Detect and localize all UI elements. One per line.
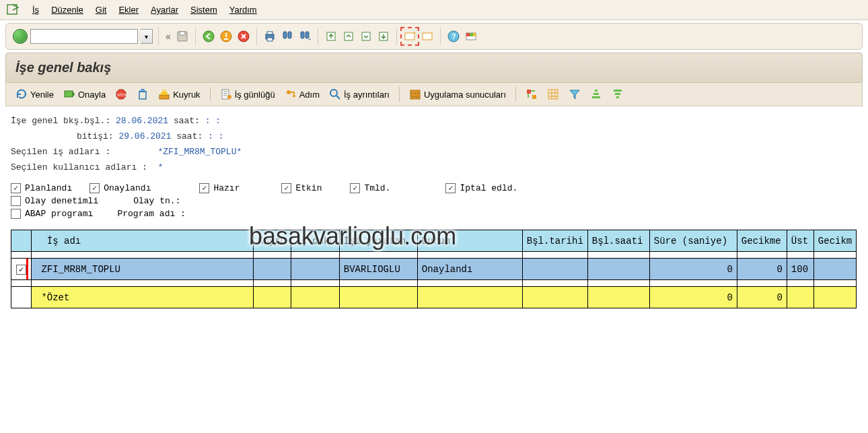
table-header-row: İş adı Kuyru İş dokü İşi yaratan Durum B… — [11, 230, 857, 252]
back-chevron[interactable]: « — [164, 31, 172, 42]
col-duration[interactable]: Süre (saniye) — [649, 230, 737, 252]
find-next-icon[interactable]: + — [297, 29, 312, 44]
svg-point-3 — [203, 31, 214, 42]
col-select[interactable] — [11, 230, 32, 252]
joblog-button[interactable]: İş günlüğü — [220, 88, 275, 100]
col-status[interactable]: Durum — [417, 230, 522, 252]
menu-ekler[interactable]: Ekler — [118, 5, 139, 15]
event-checkbox[interactable] — [11, 196, 21, 206]
svg-rect-40 — [410, 97, 420, 99]
col-jobname[interactable]: İş adı — [32, 230, 254, 252]
svg-rect-8 — [267, 38, 273, 41]
summary-select — [11, 287, 32, 308]
table-row[interactable]: ZFI_MR8M_TOPLU BVARLIOGLU Onaylandı 0 0 … — [11, 259, 857, 280]
servers-button[interactable]: Uygulama sunucuları — [409, 88, 506, 100]
menu-git[interactable]: Git — [96, 5, 107, 15]
menu-sistem[interactable]: Sistem — [190, 5, 217, 15]
col-creator[interactable]: İşi yaratan — [339, 230, 417, 252]
svg-text:STOP: STOP — [117, 93, 127, 97]
abap-checkbox[interactable] — [11, 209, 21, 219]
filter-icon[interactable] — [569, 88, 581, 100]
separator — [195, 28, 196, 45]
planned-checkbox[interactable] — [11, 183, 21, 193]
joblog-label: İş günlüğü — [235, 90, 275, 100]
active-checkbox[interactable] — [281, 183, 291, 193]
summary-delay: 0 — [737, 287, 787, 308]
ready-checkbox[interactable] — [199, 183, 209, 193]
info-start-date: 28.06.2021 — [116, 116, 168, 126]
menu-duzenle[interactable]: Düzenle — [51, 5, 83, 15]
col-delay2[interactable]: Gecikm — [813, 230, 856, 252]
stop-button[interactable]: STOP — [115, 88, 127, 100]
app-menu-icon[interactable] — [5, 3, 20, 18]
print-icon[interactable] — [262, 29, 277, 44]
row-select-checkbox[interactable] — [16, 265, 26, 275]
command-field[interactable] — [30, 29, 138, 44]
svg-rect-38 — [410, 90, 420, 93]
new-session-icon[interactable]: + — [402, 29, 417, 44]
svg-rect-39 — [410, 94, 420, 96]
menu-is[interactable]: İş — [32, 5, 39, 15]
svg-rect-2 — [180, 32, 185, 35]
svg-rect-32 — [161, 92, 168, 95]
info-jobnames-label: Seçilen iş adları : — [11, 147, 110, 157]
layout-icon[interactable] — [420, 29, 435, 44]
svg-point-37 — [330, 90, 337, 96]
svg-rect-7 — [267, 32, 273, 34]
step-label: Adım — [299, 90, 320, 100]
col-doc[interactable]: İş dokü — [291, 230, 340, 252]
tool-icon-1[interactable] — [526, 88, 538, 100]
grid-icon[interactable] — [547, 88, 559, 100]
cell-queue — [254, 259, 291, 280]
menu-yardim[interactable]: Yardım — [229, 5, 257, 15]
menu-ayarlar[interactable]: Ayarlar — [151, 5, 178, 15]
details-button[interactable]: İş ayrıntıları — [329, 88, 390, 100]
command-dropdown[interactable]: ▾ — [141, 29, 153, 44]
cancel-icon[interactable] — [236, 29, 251, 44]
sort-asc-icon[interactable] — [590, 88, 602, 100]
sort-desc-icon[interactable] — [612, 88, 624, 100]
back-icon[interactable] — [201, 29, 216, 44]
svg-rect-33 — [162, 90, 166, 92]
refresh-button[interactable]: Yenile — [15, 88, 54, 100]
first-page-icon[interactable] — [324, 29, 338, 44]
step-button[interactable]: Adım — [285, 88, 320, 100]
info-start-time-label: saat: — [174, 116, 200, 126]
spacer-row — [11, 252, 857, 259]
approved-checkbox[interactable] — [89, 183, 100, 193]
help-icon[interactable]: ? — [446, 29, 461, 44]
col-delay[interactable]: Gecikme — [737, 230, 787, 252]
separator — [318, 28, 318, 45]
svg-rect-25 — [470, 33, 473, 36]
approve-label: Onayla — [78, 90, 106, 100]
info-end-time: : : — [208, 131, 223, 141]
svg-rect-27 — [65, 91, 73, 97]
exit-icon[interactable] — [219, 29, 233, 44]
svg-text:?: ? — [451, 32, 456, 40]
completed-checkbox[interactable] — [350, 183, 360, 193]
col-queue[interactable]: Kuyru — [254, 230, 291, 252]
svg-rect-11 — [301, 32, 304, 38]
customize-icon[interactable] — [464, 29, 478, 44]
delete-button[interactable] — [137, 88, 149, 100]
svg-rect-43 — [548, 90, 558, 99]
next-page-icon[interactable] — [359, 29, 373, 44]
filter-row-1: Planlandı Onaylandı Hazır Etkin Tmld. İp… — [0, 182, 868, 195]
col-parent[interactable]: Üst — [787, 230, 813, 252]
col-starttime[interactable]: Bşl.saati — [587, 230, 649, 252]
approve-button[interactable]: Onayla — [63, 88, 106, 100]
row-select-cell[interactable] — [11, 259, 32, 280]
cell-parent: 100 — [787, 259, 813, 280]
find-icon[interactable] — [280, 29, 295, 44]
last-page-icon[interactable] — [376, 29, 391, 44]
queue-button[interactable]: Kuyruk — [158, 88, 200, 100]
save-icon[interactable] — [175, 29, 190, 44]
summary-row: *Özet 0 0 — [11, 287, 857, 308]
svg-rect-15 — [345, 32, 353, 40]
event-label: Olay denetimli — [25, 196, 98, 206]
svg-point-36 — [287, 90, 291, 94]
col-startdate[interactable]: Bşl.tarihi — [522, 230, 587, 252]
enter-button[interactable] — [13, 29, 28, 44]
prev-page-icon[interactable] — [341, 29, 356, 44]
cancelled-checkbox[interactable] — [445, 183, 456, 193]
